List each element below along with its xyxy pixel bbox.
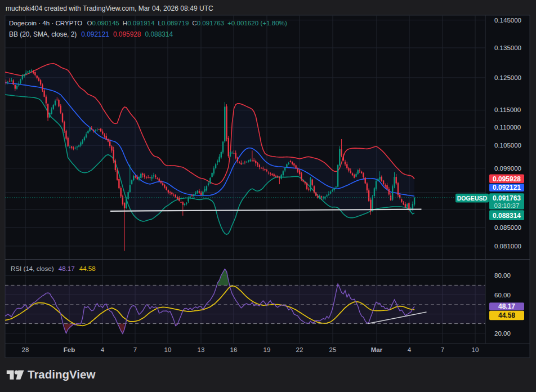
svg-text:80.00: 80.00	[494, 272, 511, 279]
svg-text:60.00: 60.00	[494, 292, 511, 299]
svg-text:0.088314: 0.088314	[493, 212, 521, 220]
svg-text:22: 22	[296, 346, 303, 353]
svg-text:muchoki404 created with Tradin: muchoki404 created with TradingView.com,…	[6, 5, 213, 12]
svg-text:44.58: 44.58	[498, 311, 515, 319]
svg-text:16: 16	[230, 346, 238, 353]
svg-text:Feb: Feb	[64, 346, 75, 353]
svg-text:Dogecoin · 4h · CRYPTOO0.09014: Dogecoin · 4h · CRYPTOO0.090145H0.091914…	[9, 19, 287, 26]
svg-text:0.115000: 0.115000	[494, 106, 521, 113]
svg-text:25: 25	[329, 346, 337, 353]
svg-text:4: 4	[408, 346, 412, 353]
svg-text:0.099000: 0.099000	[494, 165, 521, 172]
svg-text:Mar: Mar	[371, 346, 383, 353]
svg-text:BB (20, SMA, close, 2)0.092121: BB (20, SMA, close, 2)0.0921210.0959280.…	[9, 30, 173, 38]
svg-text:28: 28	[22, 346, 29, 353]
svg-text:0.125000: 0.125000	[494, 74, 521, 81]
svg-text:19: 19	[263, 346, 271, 353]
svg-text:03:10:37: 03:10:37	[494, 202, 520, 209]
svg-text:0.085000: 0.085000	[494, 224, 521, 231]
svg-text:RSI (14, close)48.1744.58: RSI (14, close)48.1744.58	[11, 265, 96, 272]
svg-text:0.091763: 0.091763	[493, 194, 521, 202]
svg-text:0.145000: 0.145000	[494, 17, 521, 24]
svg-text:0.092121: 0.092121	[493, 184, 521, 191]
svg-text:0.110000: 0.110000	[494, 124, 521, 131]
svg-text:7: 7	[133, 346, 137, 353]
svg-text:0.135000: 0.135000	[494, 44, 521, 51]
svg-text:4: 4	[101, 346, 105, 353]
svg-text:13: 13	[198, 346, 205, 353]
svg-text:0.105000: 0.105000	[494, 142, 521, 149]
svg-text:0.095928: 0.095928	[493, 175, 521, 183]
svg-text:10: 10	[472, 346, 479, 353]
svg-text:20.00: 20.00	[494, 330, 511, 337]
svg-text:10: 10	[164, 346, 172, 353]
svg-text:DOGEUSD: DOGEUSD	[457, 195, 488, 202]
svg-text:48.17: 48.17	[498, 302, 515, 310]
svg-text:0.081000: 0.081000	[494, 243, 521, 250]
svg-text:TradingView: TradingView	[28, 368, 95, 381]
svg-text:7: 7	[441, 346, 444, 353]
